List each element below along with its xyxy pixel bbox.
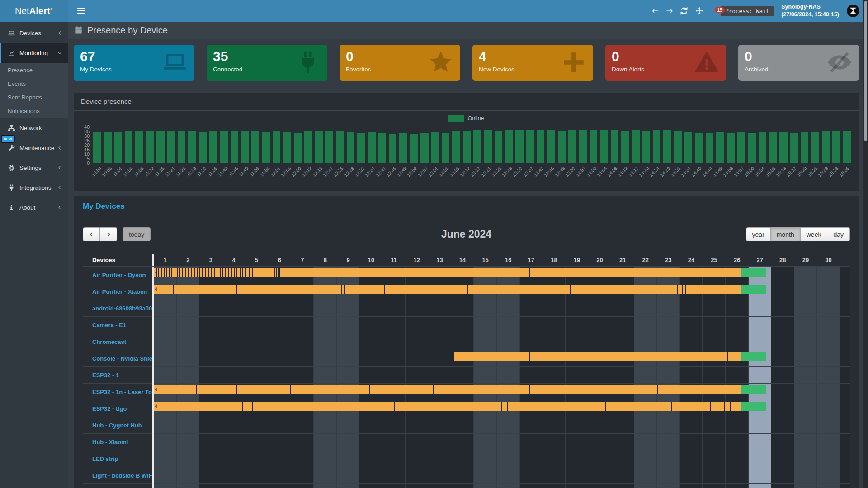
presence-event-current[interactable] bbox=[741, 352, 766, 361]
presence-event-online[interactable] bbox=[154, 385, 741, 394]
x-tick: 13:08 bbox=[451, 163, 461, 188]
day-header: 24 bbox=[680, 254, 703, 266]
presence-bar bbox=[241, 131, 249, 163]
device-name-link[interactable]: Air Purifier - Dyson bbox=[83, 267, 152, 283]
device-name-link[interactable]: Console - Nvidia Shield TV bbox=[83, 350, 152, 367]
presence-bar bbox=[579, 130, 587, 163]
presence-event-current[interactable] bbox=[741, 268, 766, 277]
offline-gap bbox=[252, 268, 253, 277]
device-name-link[interactable]: LED strip bbox=[83, 450, 152, 467]
x-tick: 15:08 bbox=[767, 163, 777, 188]
back-arrow-icon[interactable]: ← bbox=[652, 7, 659, 15]
x-tick: 11:53 bbox=[250, 163, 261, 188]
calendar-table: Devices 12345678910111213141516171819202… bbox=[83, 254, 850, 488]
offline-gap bbox=[278, 268, 279, 277]
stat-card-connected[interactable]: 35Connected bbox=[207, 45, 327, 81]
stat-card-favorites[interactable]: 0Favorites bbox=[340, 45, 460, 81]
device-name-link[interactable]: ESP32 - ttgo bbox=[83, 400, 152, 417]
x-tick: 11:49 bbox=[240, 163, 250, 188]
offline-gap bbox=[252, 402, 253, 411]
x-tick: 12:57 bbox=[419, 163, 429, 188]
stat-card-archived[interactable]: 0Archived bbox=[738, 45, 859, 81]
x-tick: 14:13 bbox=[619, 163, 630, 188]
stat-card-new-devices[interactable]: 4New Devices bbox=[472, 45, 593, 81]
day-header: 17 bbox=[520, 254, 543, 266]
x-tick: 12:45 bbox=[387, 163, 398, 188]
presence-event-current[interactable] bbox=[741, 402, 766, 411]
view-button-month[interactable]: month bbox=[771, 227, 801, 241]
offline-gap bbox=[677, 285, 678, 294]
host-info: Synology-NAS (27/06/2024, 15:40:15) bbox=[781, 3, 839, 19]
sidebar-item-maintenance[interactable]: NEWMaintenance bbox=[0, 138, 68, 158]
app-logo[interactable]: NetAlertx bbox=[0, 0, 68, 22]
x-tick: 12:37 bbox=[367, 163, 377, 188]
stat-card-down-alerts[interactable]: 0Down Alerts bbox=[605, 45, 726, 81]
user-avatar[interactable] bbox=[846, 4, 860, 18]
presence-event-online[interactable] bbox=[154, 285, 741, 294]
offline-gap bbox=[657, 385, 658, 394]
eye-slash-icon bbox=[826, 49, 853, 75]
device-name-link[interactable]: ESP32 - 1 bbox=[83, 367, 152, 384]
sidebar-item-label: Devices bbox=[19, 30, 41, 37]
sidebar-item-devices[interactable]: Devices bbox=[0, 23, 68, 43]
offline-gap bbox=[384, 285, 385, 294]
sidebar-subitem-events[interactable]: Events bbox=[0, 77, 68, 90]
process-status-badge[interactable]: Process: Wait bbox=[721, 6, 774, 16]
chevron-left-icon bbox=[57, 145, 62, 150]
day-header: 5 bbox=[245, 254, 268, 266]
presence-bar bbox=[273, 131, 280, 163]
view-button-year[interactable]: year bbox=[746, 227, 771, 241]
presence-bar bbox=[759, 132, 766, 163]
y-tick-label: 35 bbox=[84, 129, 90, 134]
day-header: 20 bbox=[588, 254, 611, 266]
sidebar-item-integrations[interactable]: Integrations bbox=[0, 178, 68, 197]
presence-event-current[interactable] bbox=[741, 285, 766, 294]
presence-bar bbox=[706, 133, 713, 163]
x-tick: 15:33 bbox=[830, 163, 840, 188]
sidebar-item-about[interactable]: About bbox=[0, 197, 68, 217]
view-button-day[interactable]: day bbox=[827, 227, 850, 241]
device-name-link[interactable]: android-68608b93a00e4 bbox=[83, 300, 152, 317]
chevron-left-icon bbox=[57, 185, 62, 190]
x-tick: 10:56 bbox=[103, 163, 113, 188]
hamburger-menu-icon[interactable] bbox=[76, 6, 86, 16]
sidebar-subitem-presence[interactable]: Presence bbox=[0, 63, 68, 77]
sidebar-item-monitoring[interactable]: Monitoring bbox=[0, 43, 68, 63]
device-name-link[interactable]: Light - bedside B WiFi bbox=[83, 467, 152, 484]
sidebar-item-label: Integrations bbox=[19, 184, 52, 191]
presence-event-online[interactable] bbox=[154, 268, 741, 277]
sidebar: DevicesMonitoringPresenceEventsSent Repo… bbox=[0, 22, 68, 488]
presence-bar bbox=[125, 131, 132, 163]
view-button-week[interactable]: week bbox=[801, 227, 828, 241]
offline-gap bbox=[228, 268, 229, 277]
device-name-link[interactable]: Camera - E1 bbox=[83, 317, 152, 333]
offline-gap bbox=[341, 285, 342, 294]
my-devices-panel: My Devices today June 2024 yearmonthweek… bbox=[74, 196, 859, 488]
sidebar-item-settings[interactable]: Settings bbox=[0, 158, 68, 178]
stat-card-my-devices[interactable]: 67My Devices bbox=[74, 45, 194, 81]
presence-bar bbox=[399, 133, 407, 163]
device-name-link[interactable]: Chromecast bbox=[83, 333, 152, 350]
device-name-link[interactable]: Hub - Cygnet Hub bbox=[83, 417, 152, 434]
device-name-link[interactable]: Hub - Xiaomi bbox=[83, 434, 152, 450]
device-name-link[interactable]: ESP32 - 1n - Laser Toy bbox=[83, 384, 152, 400]
move-icon[interactable] bbox=[695, 7, 703, 15]
offline-gap bbox=[222, 268, 223, 277]
brand-bold: Alert bbox=[29, 6, 51, 16]
plug-icon bbox=[295, 49, 321, 75]
x-tick: 14:04 bbox=[598, 163, 609, 188]
forward-arrow-icon[interactable]: → bbox=[666, 7, 673, 15]
calendar-icon bbox=[74, 26, 83, 35]
x-tick: 14:53 bbox=[725, 163, 735, 188]
offline-gap bbox=[724, 402, 725, 411]
scrollbar-thumb[interactable] bbox=[864, 1, 867, 141]
refresh-icon[interactable] bbox=[680, 7, 688, 15]
chart-legend: Online bbox=[81, 115, 852, 122]
presence-event-online[interactable] bbox=[454, 352, 741, 361]
x-tick: 13:17 bbox=[472, 163, 482, 188]
sidebar-subitem-notifications[interactable]: Notifications bbox=[0, 104, 68, 117]
presence-bar bbox=[104, 132, 111, 163]
presence-event-current[interactable] bbox=[741, 385, 766, 394]
sidebar-subitem-sent-reports[interactable]: Sent Reports bbox=[0, 90, 68, 104]
device-name-link[interactable]: Air Purifier - Xiaomi bbox=[83, 283, 152, 300]
